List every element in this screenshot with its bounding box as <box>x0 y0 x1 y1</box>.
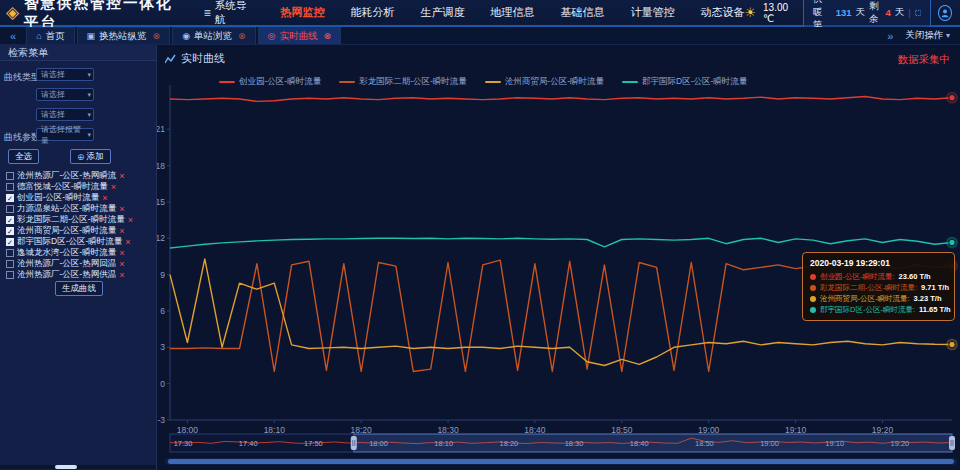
datazoom-time-label: 17:30 <box>174 439 193 448</box>
sidebar-hscrollbar[interactable] <box>0 465 156 469</box>
y-tick-label: 3 <box>160 342 165 352</box>
remain-days-value: 4 <box>885 7 890 18</box>
tab-icon: ⌂ <box>36 31 41 41</box>
nav-item-link[interactable]: 基础信息 <box>560 5 604 20</box>
tooltip-rows: 创业园-公区-瞬时流量:23.60 T/h彩龙国际二期-公区-瞬时流量:9.71… <box>810 271 947 315</box>
nav-item-link[interactable]: 能耗分析 <box>350 5 394 20</box>
series-line-0[interactable] <box>170 97 952 102</box>
nav-item-link[interactable]: 生产调度 <box>420 5 464 20</box>
curve-list-item[interactable]: 沧州热源厂-公区-热网回温× <box>0 258 156 269</box>
curve-list-item[interactable]: ✓郡宇国际D区-公区-瞬时流量× <box>0 236 156 247</box>
tooltip-series-label: 创业园-公区-瞬时流量: <box>820 271 895 282</box>
app-root: ◈ 智慧供热管控一体化平台 ≡ 系统导航 热网监控能耗分析生产调度地理信息基础信… <box>0 0 960 470</box>
checkbox[interactable]: ✓ <box>6 216 14 224</box>
collapse-tabs-icon[interactable]: « <box>0 27 26 44</box>
datazoom-handle[interactable] <box>949 436 955 450</box>
tooltip-series-value: 3.23 T/h <box>914 293 942 304</box>
main-nav: 热网监控能耗分析生产调度地理信息基础信息计量管控动态设备 <box>280 5 744 20</box>
hscrollbar-thumb[interactable] <box>168 459 954 464</box>
remove-item-icon[interactable]: × <box>119 249 124 257</box>
series-endpoint-dot <box>949 341 955 347</box>
curve-list-item[interactable]: ✓彩龙国际二期-公区-瞬时流量× <box>0 214 156 225</box>
checkbox[interactable]: ✓ <box>6 194 14 202</box>
sun-icon: ☀ <box>744 5 756 20</box>
remove-item-icon[interactable]: × <box>111 183 116 191</box>
remove-item-icon[interactable]: × <box>119 271 124 279</box>
close-operations-dropdown[interactable]: 关闭操作 ▾ <box>905 29 950 42</box>
remove-item-icon[interactable]: × <box>119 205 124 213</box>
tab-close-icon[interactable]: ⊗ <box>153 31 161 41</box>
close-operations-label: 关闭操作 <box>905 29 943 40</box>
chevron-down-icon: ▾ <box>87 111 91 119</box>
curve-list-item[interactable]: 力源温泉站-公区-瞬时流量× <box>0 203 156 214</box>
tab-bar: « ⌂首页▣换热站纵览⊗◉单站浏览⊗◎实时曲线⊗ » 关闭操作 ▾ <box>0 27 960 45</box>
curve-param-select[interactable]: 请选择报警量 ▾ <box>36 128 94 141</box>
checkbox[interactable] <box>6 172 14 180</box>
tab-close-icon[interactable]: ⊗ <box>323 31 331 41</box>
y-tick-label: 12 <box>157 233 165 243</box>
nav-item-link[interactable]: 动态设备 <box>700 5 744 20</box>
curve-filter-select-3[interactable]: 请选择 ▾ <box>36 108 94 121</box>
chart-tooltip: 2020-03-19 19:29:01 创业园-公区-瞬时流量:23.60 T/… <box>802 252 955 321</box>
series-endpoint-dot <box>949 95 955 101</box>
tab-label: 换热站纵览 <box>99 30 147 43</box>
tab-close-icon[interactable]: ⊗ <box>238 31 246 41</box>
remove-item-icon[interactable]: × <box>119 227 124 235</box>
heating-days-value: 131 <box>836 7 852 18</box>
tooltip-series-dot <box>810 285 816 291</box>
datazoom-handle[interactable] <box>351 436 357 450</box>
curve-list-item[interactable]: ✓沧州商贸局-公区-瞬时流量× <box>0 225 156 236</box>
checkbox[interactable]: ✓ <box>6 227 14 235</box>
curve-list-item[interactable]: ✓创业园-公区-瞬时流量× <box>0 192 156 203</box>
curve-list-item[interactable]: 沧州热源厂-公区-热网供温× <box>0 269 156 280</box>
generate-curve-button[interactable]: 生成曲线 <box>55 281 103 296</box>
sidebar-title: 检索菜单 <box>0 45 156 61</box>
checkbox[interactable] <box>6 249 14 257</box>
curve-list-item[interactable]: 德富悦城-公区-瞬时流量× <box>0 181 156 192</box>
nav-item-link[interactable]: 地理信息 <box>490 5 534 20</box>
system-nav-button[interactable]: ≡ 系统导航 <box>204 0 251 27</box>
checkbox[interactable]: ✓ <box>6 238 14 246</box>
tooltip-series-value: 23.60 T/h <box>899 271 931 282</box>
checkbox[interactable] <box>6 271 14 279</box>
series-line-3[interactable] <box>170 238 952 248</box>
curve-param-label: 曲线参数 <box>4 131 40 144</box>
curve-filter-select-2[interactable]: 请选择 ▾ <box>36 88 94 101</box>
curve-checkbox-list: 沧州热源厂-公区-热网瞬流×德富悦城-公区-瞬时流量×✓创业园-公区-瞬时流量×… <box>0 170 156 280</box>
curve-type-select[interactable]: 请选择 ▾ <box>36 68 94 81</box>
checkbox[interactable] <box>6 183 14 191</box>
tooltip-row: 创业园-公区-瞬时流量:23.60 T/h <box>810 271 947 282</box>
tab-icon: ◉ <box>182 31 190 41</box>
sidebar-hscrollbar-thumb[interactable] <box>55 465 77 469</box>
tab-item[interactable]: ◉单站浏览⊗ <box>172 27 255 44</box>
checkbox[interactable] <box>6 205 14 213</box>
tooltip-series-label: 郡宇国际D区-公区-瞬时流量: <box>820 304 915 315</box>
curve-list-item[interactable]: 沧州热源厂-公区-热网瞬流× <box>0 170 156 181</box>
tab-label: 实时曲线 <box>279 30 317 43</box>
checkbox[interactable] <box>6 260 14 268</box>
tab-item[interactable]: ⌂首页 <box>26 27 74 44</box>
nav-item-link[interactable]: 计量管控 <box>630 5 674 20</box>
tab-bar-right: » 关闭操作 ▾ <box>887 27 960 44</box>
nav-item-active[interactable]: 热网监控 <box>280 5 324 20</box>
remove-item-icon[interactable]: × <box>119 172 124 180</box>
remove-item-icon[interactable]: × <box>125 238 130 246</box>
remove-item-icon[interactable]: × <box>119 260 124 268</box>
select-all-button[interactable]: 全选 <box>8 149 39 164</box>
tab-label: 单站浏览 <box>194 30 232 43</box>
curve-list-item[interactable]: 逸城龙水湾-公区-瞬时流量× <box>0 247 156 258</box>
y-tick-label: 0 <box>160 379 165 389</box>
remove-item-icon[interactable]: × <box>128 216 133 224</box>
tab-active[interactable]: ◎实时曲线⊗ <box>258 27 341 44</box>
remove-item-icon[interactable]: × <box>102 194 107 202</box>
user-avatar[interactable] <box>938 5 952 21</box>
realtime-curve-panel: 实时曲线 数据采集中 创业园-公区-瞬时流量彩龙国际二期-公区-瞬时流量沧州商贸… <box>157 45 960 470</box>
expand-tabs-icon[interactable]: » <box>887 30 893 42</box>
tooltip-row: 沧州商贸局-公区-瞬时流量:3.23 T/h <box>810 293 947 304</box>
add-button[interactable]: ⊕ 添加 <box>70 149 111 164</box>
add-label: 添加 <box>87 151 104 163</box>
fullscreen-icon[interactable] <box>915 8 922 18</box>
y-tick-label: 15 <box>157 197 165 207</box>
tab-item[interactable]: ▣换热站纵览⊗ <box>77 27 171 44</box>
datazoom-window[interactable] <box>354 434 952 452</box>
